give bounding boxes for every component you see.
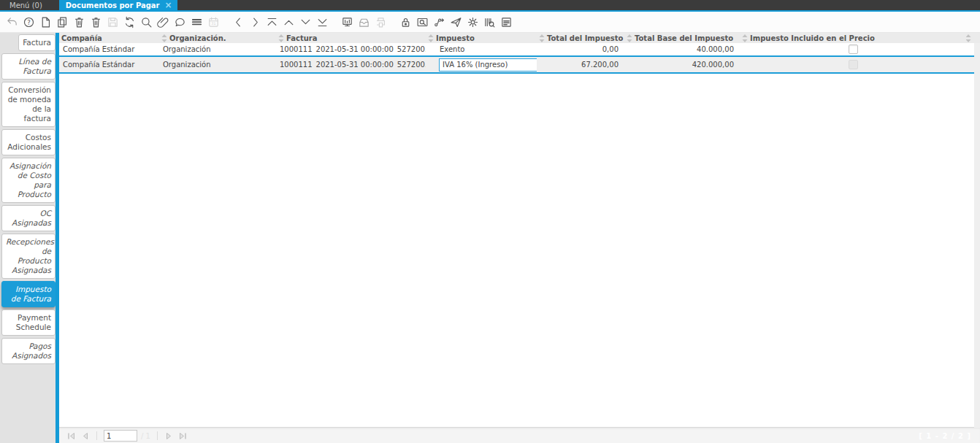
sidebar-tab-payment-schedule[interactable]: Payment Schedule [1,309,55,336]
column-header-impuesto-incluido[interactable]: Impuesto Incluido en el Precio [740,34,966,42]
attachment-icon[interactable] [155,13,172,31]
share-icon[interactable] [448,13,464,31]
product-info-icon[interactable] [481,13,498,31]
sidebar-tab-impuesto-de-factura[interactable]: Impuesto de Factura [1,281,55,307]
calendar-icon: 31 [205,13,222,31]
chat-icon[interactable] [172,13,188,31]
copy-record-icon[interactable] [54,13,71,31]
tax-included-checkbox[interactable] [849,45,858,54]
column-header-compania[interactable]: Compañía [59,34,159,42]
save-icon [104,13,121,31]
refresh-icon[interactable] [121,13,138,31]
grid-toggle-icon[interactable] [188,13,205,31]
sort-icon[interactable] [539,34,545,42]
column-header-extra[interactable] [966,34,980,42]
cell-tax-amount[interactable]: 67.200,00 [537,61,624,69]
sidebar-tab-recepciones[interactable]: Recepciones de Producto Asignadas [1,234,55,279]
page-total-label: / 1 [141,432,150,440]
column-header-factura[interactable]: Factura [276,34,426,42]
column-header-impuesto[interactable]: Impuesto [426,34,537,42]
last-record-icon[interactable] [314,13,331,31]
new-record-icon[interactable] [37,13,54,31]
table-header-row: Compañía Organización. Factura Impuesto … [59,33,980,43]
sidebar-tab-factura[interactable]: Factura [18,34,55,51]
sort-icon[interactable] [161,34,167,42]
sidebar-tab-linea-de-factura[interactable]: Línea de Factura [1,53,55,80]
first-record-icon[interactable] [264,13,280,31]
cell-organization[interactable]: Organización [159,45,276,53]
help-icon[interactable]: ? [20,13,37,31]
delete-record-icon[interactable] [71,13,88,31]
prev-record-icon[interactable] [230,13,247,31]
sidebar-tab-costos-adicionales[interactable]: Costos Adicionales [1,129,55,155]
active-tab-label: Documentos por Pagar [66,1,160,9]
tab-documentos-por-pagar[interactable]: Documentos por Pagar × [59,0,177,10]
table-empty-area [59,74,980,427]
paging-bar: / 1 [ 1 - 2 / 2 ] [59,427,980,443]
tab-sidebar: Factura Línea de Factura Conversión de m… [0,33,55,443]
column-header-total-base[interactable]: Total Base del Impuesto [624,34,740,42]
cell-organization[interactable]: Organización [159,61,276,69]
delete-selection-icon[interactable] [88,13,104,31]
cell-invoice[interactable]: 1000111_2021-05-31 00:00:00_527200.00 [276,45,426,53]
page-number-input[interactable] [104,430,137,442]
vertical-scrollbar[interactable] [974,43,980,428]
sort-icon[interactable] [627,34,632,42]
cell-company[interactable]: Compañía Estándar [59,45,159,53]
record-range-label: [ 1 - 2 / 2 ] [919,432,973,440]
svg-text:?: ? [27,18,31,26]
tax-included-checkbox [849,60,858,69]
lock-icon[interactable] [397,13,414,31]
report-icon[interactable] [498,13,515,31]
column-header-organizacion[interactable]: Organización. [159,34,276,42]
next-record-icon[interactable] [247,13,264,31]
toolbar: ?31 [0,12,980,33]
table-row[interactable]: Compañía Estándar Organización 1000111_2… [59,43,974,57]
sort-icon[interactable] [428,34,434,42]
cell-tax-included [740,60,966,69]
paging-separator [157,431,158,440]
cell-invoice[interactable]: 1000111_2021-05-31 00:00:00_527200.00 [276,61,426,69]
sidebar-tab-pagos-asignados[interactable]: Pagos Asignados [1,338,55,364]
menu-tab[interactable]: Menú (0) [0,0,53,10]
sort-icon[interactable] [742,34,748,42]
tax-field-editor[interactable]: IVA 16% (Ingreso) [439,58,537,72]
cell-tax-amount[interactable]: 0,00 [537,45,624,53]
paging-separator [96,431,97,440]
cell-tax-included [740,45,966,54]
zoom-across-icon[interactable] [414,13,431,31]
table-row[interactable]: Compañía Estándar Organización 1000111_2… [59,57,974,74]
last-page-icon [178,431,188,441]
first-page-icon [66,431,76,441]
window-tab-bar: Menú (0) Documentos por Pagar × [0,0,980,10]
close-icon[interactable]: × [165,1,172,9]
sidebar-tab-conversion-de-moneda[interactable]: Conversión de moneda de la factura [1,82,55,127]
svg-text:31: 31 [211,21,215,26]
cell-tax: IVA 16% (Ingreso) [426,58,537,72]
sidebar-tab-oc-asignadas[interactable]: OC Asignadas [1,205,55,231]
archive-icon[interactable] [356,13,372,31]
workflow-icon[interactable] [431,13,448,31]
table-body: Compañía Estándar Organización 1000111_2… [59,43,974,74]
next-page-icon [164,431,175,441]
invoice-tax-panel: Compañía Organización. Factura Impuesto … [59,33,980,443]
cell-tax-base-amount[interactable]: 420.000,00 [624,61,740,69]
sort-icon[interactable] [278,34,284,42]
down-record-icon[interactable] [297,13,314,31]
undo-icon[interactable] [4,13,20,31]
print-icon [372,13,389,31]
prev-page-icon [80,431,90,441]
find-icon[interactable] [138,13,155,31]
cell-company[interactable]: Compañía Estándar [59,61,159,69]
cell-tax-base-amount[interactable]: 40.000,00 [624,45,740,53]
up-record-icon[interactable] [280,13,297,31]
cell-tax[interactable]: Exento [426,45,537,53]
sidebar-tab-asignacion-de-costo[interactable]: Asignación de Costo para Producto [1,158,55,203]
workflow-window-icon[interactable] [339,13,356,31]
sort-icon[interactable] [966,34,971,42]
preferences-icon[interactable] [464,13,481,31]
column-header-total-del-impuesto[interactable]: Total del Impuesto [537,34,624,42]
menu-tab-label: Menú (0) [9,1,42,9]
